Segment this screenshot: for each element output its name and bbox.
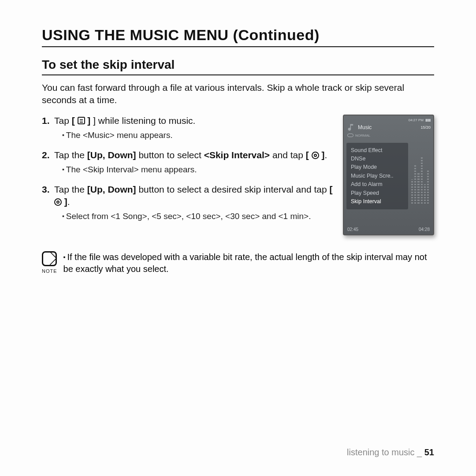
menu-icon — [78, 117, 85, 124]
device-title: Music — [358, 124, 372, 130]
page-footer: listening to music _ 51 — [347, 447, 434, 457]
step-text: Tap — [54, 115, 72, 126]
note-icon — [42, 251, 57, 266]
device-mode: NORMAL — [355, 134, 370, 138]
step-number: 1. — [42, 115, 54, 145]
device-menu: Sound Effect DNSe Play Mode Music Play S… — [346, 143, 408, 210]
step-bold: [Up, Down] — [87, 184, 136, 194]
step-text: button to select — [136, 150, 204, 160]
substep: The <Skip Interval> menu appears. — [62, 164, 333, 175]
page-heading: USING THE MUSIC MENU (Continued) — [42, 26, 434, 47]
note-text: If the file was developed with a variabl… — [63, 251, 434, 275]
menu-item: Music Play Scre.. — [351, 172, 404, 180]
step-bold: [Up, Down] — [87, 150, 136, 160]
step-number: 2. — [42, 149, 54, 179]
step-text: Tap the — [54, 184, 87, 194]
menu-item: Add to Alarm — [351, 180, 404, 189]
intro-text: You can fast forward through a file at v… — [42, 82, 434, 107]
equalizer-graphic — [411, 155, 429, 204]
step-3: 3. Tap the [Up, Down] button to select a… — [42, 183, 333, 226]
menu-item: Play Speed — [351, 189, 404, 197]
step-2: 2. Tap the [Up, Down] button to select <… — [42, 149, 333, 179]
repeat-icon — [347, 134, 353, 137]
music-note-icon — [346, 123, 356, 132]
step-text: button to select a desired skip interval… — [136, 184, 330, 194]
step-1: 1. Tap [ ] ] while listening to music. T… — [42, 115, 333, 145]
step-bold: <Skip Interval> — [204, 150, 270, 160]
menu-item-selected: Skip Interval — [351, 197, 404, 206]
device-track-count: 15/20 — [420, 125, 431, 130]
footer-page-number: 51 — [424, 447, 434, 457]
section-heading: To set the skip interval — [42, 58, 434, 75]
note-block: NOTE If the file was developed with a va… — [42, 251, 434, 275]
footer-sep: _ — [415, 447, 424, 457]
menu-item: DNSe — [351, 155, 404, 163]
step-text: ] while listening to music. — [90, 115, 195, 126]
substep: Select from <1 Song>, <5 sec>, <10 sec>,… — [62, 211, 333, 222]
steps-list: 1. Tap [ ] ] while listening to music. T… — [42, 115, 333, 226]
select-icon — [54, 198, 62, 206]
substep: The <Music> menu appears. — [62, 130, 333, 141]
footer-section: listening to music — [347, 447, 414, 457]
menu-item: Sound Effect — [351, 146, 404, 155]
device-time: 04:27 PM — [409, 118, 424, 122]
step-text: Tap the — [54, 150, 87, 160]
device-screenshot: 04:27 PM ▮▮▮ Music 15/20 NORMAL Sound Ef… — [343, 115, 434, 235]
step-number: 3. — [42, 183, 54, 226]
note-label: NOTE — [42, 268, 57, 275]
select-icon — [312, 152, 319, 159]
battery-icon: ▮▮▮ — [425, 118, 431, 122]
menu-item: Play Mode — [351, 163, 404, 171]
device-total: 04:28 — [419, 227, 430, 232]
step-text: and tap — [270, 150, 306, 160]
device-elapsed: 02:45 — [347, 227, 358, 232]
